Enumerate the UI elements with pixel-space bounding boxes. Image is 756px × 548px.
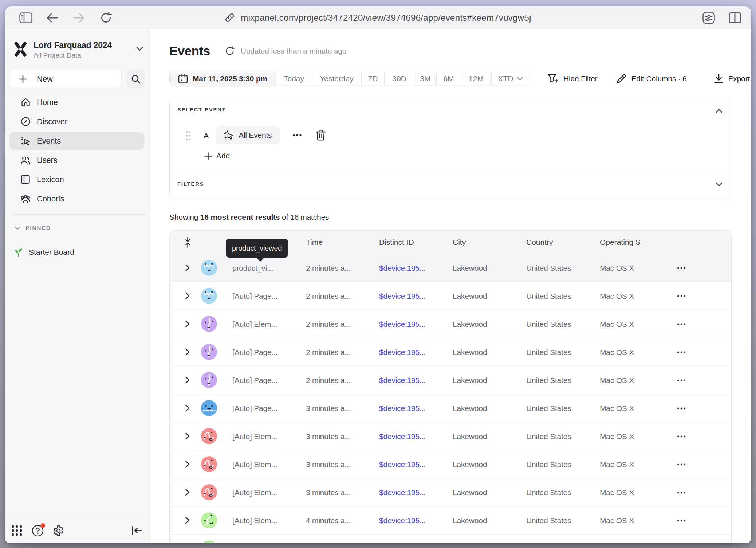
row-actions-button[interactable]	[676, 404, 686, 413]
cell-distinct-id[interactable]	[379, 535, 448, 543]
cell-event-name[interactable]: [Auto] Elem...	[232, 422, 302, 450]
cell-distinct-id[interactable]: $device:195...	[379, 254, 448, 282]
cell-event-name[interactable]: [Auto] Elem...	[232, 450, 302, 478]
help-icon[interactable]	[32, 525, 44, 537]
range-3m-button[interactable]: 3M	[414, 71, 436, 86]
row-expand-chevron-icon[interactable]	[185, 320, 190, 328]
sidebar-item-home[interactable]: Home	[9, 93, 144, 111]
cell-distinct-id[interactable]: $device:195...	[379, 450, 448, 478]
cell-distinct-id[interactable]: $device:195...	[379, 422, 448, 450]
new-button[interactable]: New	[9, 69, 121, 89]
row-expand-chevron-icon[interactable]	[185, 516, 190, 524]
sidebar-item-lexicon[interactable]: Lexicon	[9, 171, 144, 188]
row-expand-chevron-icon[interactable]	[185, 348, 190, 356]
sidebar-item-discover[interactable]: Discover	[9, 113, 144, 130]
table-row[interactable]: product_vi... 2 minutes a... $device:195…	[170, 254, 731, 282]
edit-columns-button[interactable]: Edit Columns · 6	[616, 73, 687, 84]
cell-distinct-id[interactable]: $device:195...	[379, 506, 448, 535]
table-row[interactable]: [Auto] Elem... 3 minutes a... $device:19…	[170, 478, 731, 506]
row-actions-button[interactable]	[676, 376, 686, 385]
table-row[interactable]	[170, 535, 731, 543]
range-6m-button[interactable]: 6M	[436, 71, 461, 86]
row-actions-button[interactable]	[676, 516, 686, 525]
drag-handle-icon[interactable]	[186, 130, 191, 141]
browser-split-view-icon[interactable]	[727, 6, 743, 29]
column-header-city[interactable]: City	[453, 231, 522, 254]
range-12m-button[interactable]: 12M	[461, 71, 491, 86]
row-expand-chevron-icon[interactable]	[185, 488, 190, 496]
row-actions-button[interactable]	[676, 263, 686, 273]
browser-sidebar-toggle-icon[interactable]	[19, 6, 33, 29]
add-event-button[interactable]: Add	[204, 152, 230, 160]
row-actions-button[interactable]	[676, 291, 686, 301]
browser-page-settings-icon[interactable]	[701, 6, 716, 29]
cell-distinct-id[interactable]: $device:195...	[379, 366, 448, 394]
row-expand-chevron-icon[interactable]	[185, 292, 190, 300]
cell-event-name[interactable]	[232, 535, 302, 543]
table-row[interactable]: [Auto] Page... 2 minutes a... $device:19…	[170, 282, 731, 310]
cell-distinct-id[interactable]: $device:195...	[379, 338, 448, 366]
collapse-panel-chevron-icon[interactable]	[716, 109, 722, 113]
event-selector-button[interactable]: All Events	[216, 126, 280, 144]
range-today-button[interactable]: Today	[276, 71, 312, 86]
table-row[interactable]: [Auto] Elem... 4 minutes a... $device:19…	[170, 506, 731, 535]
cell-event-name[interactable]: product_vi...	[232, 254, 302, 282]
cell-distinct-id[interactable]: $device:195...	[379, 478, 448, 506]
hide-filter-button[interactable]: Hide Filter	[547, 74, 598, 83]
row-actions-button[interactable]	[676, 348, 686, 357]
sidebar-item-cohorts[interactable]: Cohorts	[9, 190, 144, 208]
range-30d-button[interactable]: 30D	[384, 71, 414, 86]
cell-event-name[interactable]: [Auto] Page...	[232, 338, 302, 366]
row-expand-chevron-icon[interactable]	[185, 404, 190, 412]
cell-distinct-id[interactable]: $device:195...	[379, 394, 448, 422]
collapse-rows-icon[interactable]	[185, 237, 190, 248]
cell-distinct-id[interactable]: $device:195...	[379, 282, 448, 310]
event-more-options-icon[interactable]	[292, 130, 303, 140]
collapse-sidebar-icon[interactable]	[131, 526, 142, 535]
column-header-country[interactable]: Country	[526, 231, 595, 254]
export-button[interactable]: Export	[714, 74, 750, 84]
search-button[interactable]	[127, 69, 145, 89]
cell-event-name[interactable]: [Auto] Elem...	[232, 478, 302, 506]
sidebar-item-starter-board[interactable]: Starter Board	[15, 244, 74, 260]
row-actions-button[interactable]	[676, 320, 686, 329]
settings-gear-icon[interactable]	[52, 525, 64, 537]
cell-distinct-id[interactable]: $device:195...	[379, 310, 448, 338]
cell-event-name[interactable]: [Auto] Page...	[232, 366, 302, 394]
range-xtd-button[interactable]: XTD	[491, 71, 529, 86]
workspace-switcher[interactable]: Lord Farquaad 2024 All Project Data	[14, 40, 145, 59]
sidebar-item-users[interactable]: Users	[9, 151, 144, 169]
range-7d-button[interactable]: 7D	[361, 71, 384, 86]
row-expand-chevron-icon[interactable]	[185, 376, 190, 384]
cell-event-name[interactable]: [Auto] Page...	[232, 394, 302, 422]
cell-event-name[interactable]: [Auto] Elem...	[232, 506, 302, 535]
column-header-distinct-id[interactable]: Distinct ID	[379, 231, 448, 254]
apps-grid-icon[interactable]	[11, 525, 23, 536]
pinned-section-header[interactable]: PINNED	[15, 225, 51, 231]
table-row[interactable]: [Auto] Page... 2 minutes a... $device:19…	[170, 366, 731, 394]
browser-forward-icon[interactable]	[72, 6, 86, 29]
range-yesterday-button[interactable]: Yesterday	[312, 71, 361, 86]
sidebar-item-events[interactable]: Events	[9, 132, 144, 150]
row-actions-button[interactable]	[676, 460, 686, 469]
table-row[interactable]: [Auto] Page... 2 minutes a... $device:19…	[170, 338, 731, 366]
column-header-os[interactable]: Operating S	[600, 231, 655, 254]
row-expand-chevron-icon[interactable]	[185, 432, 190, 440]
date-picker-button[interactable]: Mar 11, 2025 3:30 pm	[170, 71, 276, 86]
row-actions-button[interactable]	[676, 488, 686, 497]
table-row[interactable]: [Auto] Page... 3 minutes a... $device:19…	[170, 394, 731, 422]
table-row[interactable]: [Auto] Elem... 3 minutes a... $device:19…	[170, 422, 731, 450]
cell-event-name[interactable]: [Auto] Elem...	[232, 310, 302, 338]
browser-back-icon[interactable]	[45, 6, 59, 29]
column-header-time[interactable]: Time	[306, 231, 375, 254]
table-row[interactable]: [Auto] Elem... 2 minutes a... $device:19…	[170, 310, 731, 338]
row-expand-chevron-icon[interactable]	[185, 264, 190, 272]
url-text[interactable]: mixpanel.com/project/3472420/view/397469…	[241, 13, 531, 23]
refresh-icon[interactable]	[225, 46, 235, 56]
trash-icon[interactable]	[315, 129, 326, 141]
row-actions-button[interactable]	[676, 432, 686, 441]
cell-event-name[interactable]: [Auto] Page...	[232, 282, 302, 310]
browser-reload-icon[interactable]	[99, 6, 113, 29]
table-row[interactable]: [Auto] Elem... 3 minutes a... $device:19…	[170, 450, 731, 478]
expand-filters-chevron-icon[interactable]	[716, 182, 722, 187]
